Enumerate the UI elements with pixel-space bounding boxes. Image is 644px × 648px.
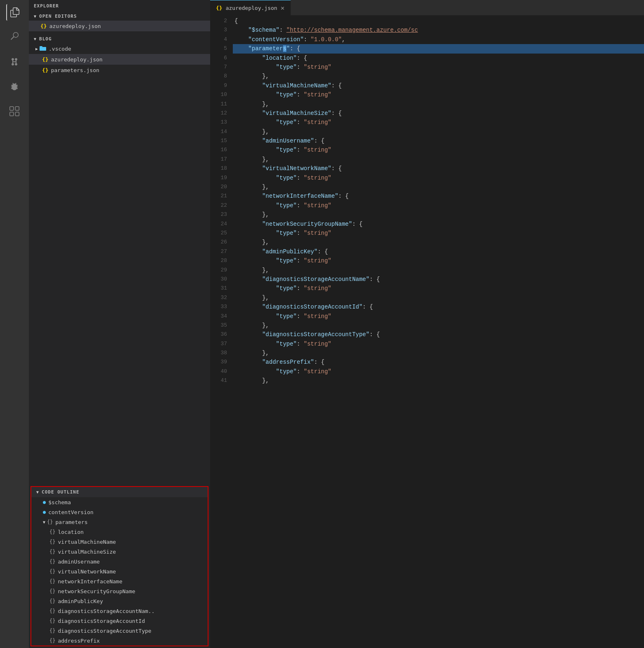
contentversion-icon: ● (43, 509, 46, 515)
nsgname-label: networkSecurityGroupName (58, 588, 135, 594)
code-line-22: "type": "string" (233, 201, 644, 210)
parameters-icon: {} (47, 519, 53, 525)
code-line-32: }, (233, 293, 644, 302)
code-outline-header[interactable]: ▼ CODE OUTLINE (31, 487, 208, 497)
outline-adminusername[interactable]: {} adminUsername (31, 557, 208, 566)
vscode-folder-icon (40, 45, 46, 53)
code-line-16: "type": "string" (233, 145, 644, 154)
code-line-24: "networkSecurityGroupName": { (233, 220, 644, 229)
code-line-21: "networkInterfaceName": { (233, 192, 644, 201)
parameters-file-item[interactable]: {} parameters.json (29, 65, 210, 75)
code-line-6: "location": { (233, 54, 644, 63)
code-line-5: "parameters": { (233, 44, 644, 53)
vmname-icon: {} (49, 539, 55, 545)
adminpublickey-icon: {} (49, 598, 55, 604)
code-editor[interactable]: 2 3 4 5 6 7 8 9 10 11 12 13 14 15 16 17 … (210, 16, 644, 648)
diagaccounttype-label: diagnosticsStorageAccountType (58, 628, 151, 634)
code-line-10: "type": "string" (233, 90, 644, 99)
open-editors-label: OPEN EDITORS (39, 14, 77, 19)
code-line-26: }, (233, 238, 644, 247)
nicname-icon: {} (49, 578, 55, 584)
azuredeploy-file-item[interactable]: {} azuredeploy.json (29, 54, 210, 65)
tab-azuredeploy[interactable]: {} azuredeploy.json × (210, 0, 291, 16)
editor-area: {} azuredeploy.json × 2 3 4 5 6 7 8 9 10… (210, 0, 644, 648)
code-line-18: "virtualNetworkName": { (233, 164, 644, 173)
code-line-29: }, (233, 266, 644, 275)
code-line-14: }, (233, 127, 644, 136)
outline-vmsize[interactable]: {} virtualMachineSize (31, 547, 208, 557)
vscode-folder-arrow: ▶ (35, 47, 38, 51)
nicname-label: networkInterfaceName (58, 578, 122, 585)
git-icon[interactable] (6, 54, 23, 70)
code-line-2: { (233, 16, 644, 26)
addressprefix-icon: {} (49, 638, 55, 643)
parameters-expand-icon: ▼ (43, 520, 45, 524)
vscode-folder-label: .vscode (49, 46, 71, 52)
extensions-icon[interactable] (6, 103, 23, 119)
outline-location[interactable]: {} location (31, 527, 208, 537)
location-icon: {} (49, 529, 55, 535)
tab-close-icon[interactable]: × (281, 5, 285, 12)
adminusername-label: adminUsername (58, 559, 100, 565)
parameters-label: parameters (55, 519, 87, 525)
outline-schema[interactable]: ● $schema (31, 497, 208, 507)
code-line-38: }, (233, 349, 644, 358)
json-file-icon: {} (40, 23, 47, 29)
code-line-31: "type": "string" (233, 284, 644, 293)
vmsize-icon: {} (49, 549, 55, 554)
open-editor-label: azuredeploy.json (49, 23, 101, 29)
outline-addressprefix[interactable]: {} addressPrefix (31, 636, 208, 646)
outline-parameters[interactable]: ▼ {} parameters (31, 517, 208, 527)
outline-label: CODE OUTLINE (42, 489, 79, 495)
parameters-icon: {} (42, 67, 49, 73)
code-line-4: "contentVersion": "1.0.0.0", (233, 35, 644, 44)
tab-label: azuredeploy.json (226, 5, 277, 11)
contentversion-label: contentVersion (48, 509, 94, 515)
outline-contentversion[interactable]: ● contentVersion (31, 507, 208, 517)
code-line-37: "type": "string" (233, 339, 644, 349)
addressprefix-label: addressPrefix (58, 638, 100, 644)
code-line-34: "type": "string" (233, 312, 644, 321)
search-icon[interactable] (6, 29, 23, 45)
diagaccounttype-icon: {} (49, 628, 55, 634)
code-line-19: "type": "string" (233, 173, 644, 182)
debug-icon[interactable] (6, 78, 23, 95)
outline-diagaccountname[interactable]: {} diagnosticsStorageAccountNam.. (31, 606, 208, 616)
line-numbers: 2 3 4 5 6 7 8 9 10 11 12 13 14 15 16 17 … (210, 16, 233, 648)
azuredeploy-label: azuredeploy.json (51, 56, 103, 63)
open-editor-azuredeploy[interactable]: {} azuredeploy.json (29, 21, 210, 31)
code-line-7: "type": "string" (233, 63, 644, 72)
code-line-36: "diagnosticsStorageAccountType": { (233, 330, 644, 339)
svg-rect-0 (40, 46, 42, 47)
code-line-13: "type": "string" (233, 118, 644, 127)
files-icon[interactable] (6, 4, 23, 21)
code-line-12: "virtualMachineSize": { (233, 109, 644, 118)
outline-vmname[interactable]: {} virtualMachineName (31, 537, 208, 547)
outline-diagaccounttype[interactable]: {} diagnosticsStorageAccountType (31, 626, 208, 636)
vscode-folder-item[interactable]: ▶ .vscode (29, 43, 210, 54)
open-editors-header[interactable]: ▼ OPEN EDITORS (29, 12, 210, 21)
diagaccountid-icon: {} (49, 618, 55, 624)
outline-diagaccountid[interactable]: {} diagnosticsStorageAccountId (31, 616, 208, 626)
activity-bar (0, 0, 29, 648)
code-line-11: }, (233, 100, 644, 109)
tab-icon: {} (216, 5, 222, 11)
outline-vnetname[interactable]: {} virtualNetworkName (31, 566, 208, 576)
code-line-41: }, (233, 376, 644, 385)
nsgname-icon: {} (49, 588, 55, 594)
code-line-9: "virtualMachineName": { (233, 81, 644, 90)
outline-nsgname[interactable]: {} networkSecurityGroupName (31, 586, 208, 596)
outline-nicname[interactable]: {} networkInterfaceName (31, 576, 208, 586)
schema-icon: ● (43, 499, 46, 505)
blog-label: BLOG (39, 36, 52, 42)
code-content[interactable]: { "$schema": "http://schema.management.a… (233, 16, 644, 648)
blog-section-header[interactable]: ▼ BLOG (29, 35, 210, 43)
schema-label: $schema (48, 499, 71, 505)
outline-adminpublickey[interactable]: {} adminPublicKey (31, 596, 208, 606)
vnetname-label: virtualNetworkName (58, 568, 116, 575)
sidebar: EXPLORER ▼ OPEN EDITORS {} azuredeploy.j… (29, 0, 210, 648)
vmsize-label: virtualMachineSize (58, 549, 116, 555)
diagaccountname-icon: {} (49, 608, 55, 614)
code-outline-panel: ▼ CODE OUTLINE ● $schema ● contentVersio… (30, 486, 208, 646)
code-line-23: }, (233, 210, 644, 219)
